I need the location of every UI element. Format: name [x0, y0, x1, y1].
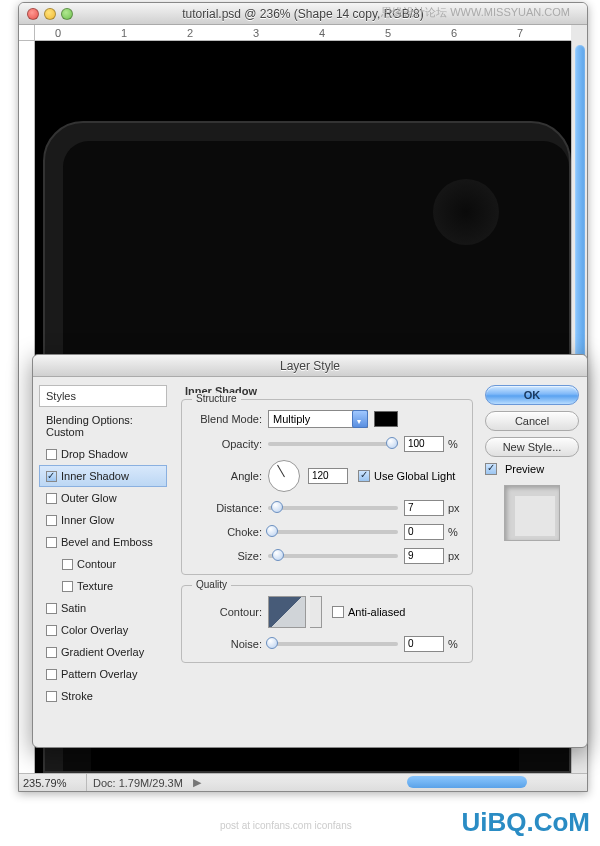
ruler-mark: 2: [187, 27, 193, 39]
sidebar-item-label: Bevel and Emboss: [61, 536, 153, 548]
zoom-field[interactable]: 235.79%: [19, 774, 87, 791]
sidebar-header[interactable]: Styles: [39, 385, 167, 407]
noise-field[interactable]: 0: [404, 636, 444, 652]
sidebar-item-inner-glow[interactable]: Inner Glow: [39, 509, 167, 531]
distance-slider[interactable]: [268, 506, 398, 510]
size-unit: px: [448, 550, 460, 562]
sidebar-item-label: Pattern Overlay: [61, 668, 137, 680]
sidebar-item-label: Blending Options: Custom: [46, 414, 160, 438]
checkbox-icon[interactable]: [46, 625, 57, 636]
choke-label: Choke:: [190, 526, 262, 538]
preview-label: Preview: [505, 463, 544, 475]
blend-mode-value: Multiply: [273, 413, 310, 425]
checkbox-icon[interactable]: [46, 493, 57, 504]
noise-slider[interactable]: [268, 642, 398, 646]
sidebar-item-outer-glow[interactable]: Outer Glow: [39, 487, 167, 509]
sidebar-item-satin[interactable]: Satin: [39, 597, 167, 619]
slider-thumb[interactable]: [271, 501, 283, 513]
right-column: OK Cancel New Style... Preview: [481, 377, 587, 747]
choke-unit: %: [448, 526, 458, 538]
checkbox-icon[interactable]: [46, 603, 57, 614]
sidebar-item-label: Stroke: [61, 690, 93, 702]
choke-slider[interactable]: [268, 530, 398, 534]
checkbox-icon[interactable]: [62, 559, 73, 570]
styles-sidebar: Styles Blending Options: CustomDrop Shad…: [33, 377, 173, 747]
checkbox-icon[interactable]: [46, 515, 57, 526]
distance-field[interactable]: 7: [404, 500, 444, 516]
chevron-right-icon[interactable]: ▶: [193, 776, 201, 789]
checkbox-icon[interactable]: [46, 537, 57, 548]
cancel-button[interactable]: Cancel: [485, 411, 579, 431]
sidebar-item-blending-options-custom[interactable]: Blending Options: Custom: [39, 409, 167, 443]
angle-dial[interactable]: [268, 460, 300, 492]
size-field[interactable]: 9: [404, 548, 444, 564]
blend-mode-select[interactable]: Multiply: [268, 410, 368, 428]
sidebar-item-label: Contour: [77, 558, 116, 570]
distance-unit: px: [448, 502, 460, 514]
size-slider[interactable]: [268, 554, 398, 558]
global-light-checkbox[interactable]: [358, 470, 370, 482]
style-panel: Inner Shadow Structure Blend Mode: Multi…: [173, 377, 481, 747]
sidebar-item-label: Inner Shadow: [61, 470, 129, 482]
checkbox-icon[interactable]: [46, 669, 57, 680]
choke-field[interactable]: 0: [404, 524, 444, 540]
contour-dropdown-icon[interactable]: [310, 596, 322, 628]
sidebar-item-contour[interactable]: Contour: [39, 553, 167, 575]
ruler-mark: 7: [517, 27, 523, 39]
contour-picker[interactable]: [268, 596, 306, 628]
ruler-mark: 0: [55, 27, 61, 39]
sidebar-item-label: Outer Glow: [61, 492, 117, 504]
quality-fieldset: Quality Contour: Anti-aliased Noise: 0 %: [181, 585, 473, 663]
structure-fieldset: Structure Blend Mode: Multiply Opacity: …: [181, 399, 473, 575]
sidebar-item-label: Texture: [77, 580, 113, 592]
angle-label: Angle:: [190, 470, 262, 482]
sidebar-item-label: Gradient Overlay: [61, 646, 144, 658]
shadow-color-swatch[interactable]: [374, 411, 398, 427]
ruler-mark: 5: [385, 27, 391, 39]
sidebar-item-pattern-overlay[interactable]: Pattern Overlay: [39, 663, 167, 685]
ruler-origin: [19, 25, 35, 41]
checkbox-icon[interactable]: [46, 471, 57, 482]
angle-field[interactable]: 120: [308, 468, 348, 484]
checkbox-icon[interactable]: [46, 691, 57, 702]
sidebar-item-color-overlay[interactable]: Color Overlay: [39, 619, 167, 641]
scroll-thumb-horizontal[interactable]: [407, 776, 527, 788]
slider-thumb[interactable]: [386, 437, 398, 449]
ok-button[interactable]: OK: [485, 385, 579, 405]
slider-thumb[interactable]: [272, 549, 284, 561]
checkbox-icon[interactable]: [62, 581, 73, 592]
watermark-top: 思缘设计论坛 WWW.MISSYUAN.COM: [381, 5, 570, 20]
opacity-slider[interactable]: [268, 442, 398, 446]
checkbox-icon[interactable]: [46, 449, 57, 460]
distance-label: Distance:: [190, 502, 262, 514]
sidebar-item-label: Inner Glow: [61, 514, 114, 526]
sidebar-item-inner-shadow[interactable]: Inner Shadow: [39, 465, 167, 487]
noise-unit: %: [448, 638, 458, 650]
size-label: Size:: [190, 550, 262, 562]
preview-swatch: [504, 485, 560, 541]
scroll-thumb-vertical[interactable]: [575, 45, 585, 365]
opacity-label: Opacity:: [190, 438, 262, 450]
sidebar-item-texture[interactable]: Texture: [39, 575, 167, 597]
watermark-bottom: UiBQ.CoM: [461, 807, 590, 838]
statusbar: 235.79% Doc: 1.79M/29.3M ▶: [19, 773, 587, 791]
new-style-button[interactable]: New Style...: [485, 437, 579, 457]
sidebar-item-label: Color Overlay: [61, 624, 128, 636]
layer-style-dialog: Layer Style Styles Blending Options: Cus…: [32, 354, 588, 748]
sidebar-item-bevel-and-emboss[interactable]: Bevel and Emboss: [39, 531, 167, 553]
preview-checkbox[interactable]: [485, 463, 497, 475]
slider-thumb[interactable]: [266, 525, 278, 537]
opacity-unit: %: [448, 438, 458, 450]
global-light-label: Use Global Light: [374, 470, 455, 482]
anti-aliased-checkbox[interactable]: [332, 606, 344, 618]
blend-mode-label: Blend Mode:: [190, 413, 262, 425]
slider-thumb[interactable]: [266, 637, 278, 649]
sidebar-item-stroke[interactable]: Stroke: [39, 685, 167, 707]
quality-legend: Quality: [192, 579, 231, 590]
checkbox-icon[interactable]: [46, 647, 57, 658]
sidebar-item-gradient-overlay[interactable]: Gradient Overlay: [39, 641, 167, 663]
opacity-field[interactable]: 100: [404, 436, 444, 452]
sidebar-item-label: Satin: [61, 602, 86, 614]
chevron-down-icon[interactable]: [352, 410, 368, 428]
sidebar-item-drop-shadow[interactable]: Drop Shadow: [39, 443, 167, 465]
